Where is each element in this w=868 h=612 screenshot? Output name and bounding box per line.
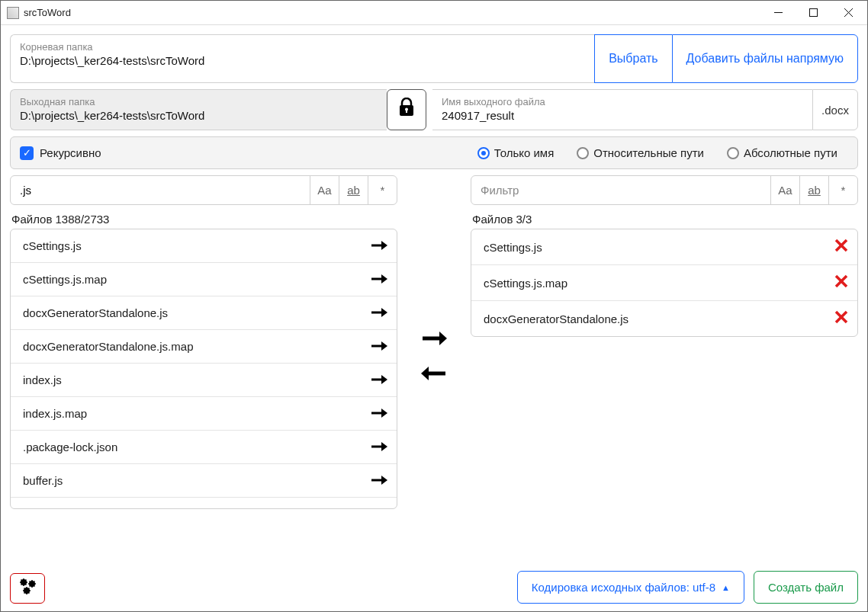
list-item[interactable]: buffer.js [11, 464, 397, 498]
file-name: index.js.map [23, 407, 371, 420]
output-folder-value: D:\projects\_ker264-tests\srcToWord [20, 109, 378, 122]
app-icon [7, 7, 19, 19]
list-item[interactable]: cSettings.js.map [11, 263, 397, 296]
list-item[interactable]: docxGeneratorStandalone.js [471, 301, 857, 336]
selected-filter-input[interactable] [471, 176, 770, 204]
svg-marker-18 [381, 409, 387, 418]
app-window: srcToWord Корневая папка D:\projects\_ke… [0, 0, 868, 612]
source-count: Файлов 1388/2733 [11, 213, 397, 226]
svg-marker-16 [381, 375, 387, 384]
add-file-icon[interactable] [371, 271, 387, 288]
add-file-icon[interactable] [371, 438, 387, 456]
file-name: base.js [23, 508, 371, 509]
file-name: docxGeneratorStandalone.js [23, 306, 371, 319]
selected-filter-row: Aa ab * [471, 175, 858, 205]
select-folder-button[interactable]: Выбрать [594, 34, 671, 83]
file-name: docxGeneratorStandalone.js [484, 312, 834, 325]
output-row: Выходная папка D:\projects\_ker264-tests… [10, 89, 858, 130]
minimize-button[interactable] [760, 2, 796, 24]
add-file-icon[interactable] [371, 304, 387, 322]
recursive-checkbox[interactable]: ✓ [20, 146, 34, 160]
encoding-label: Кодировка исходных файлов: utf-8 [532, 581, 715, 594]
output-folder-label: Выходная папка [20, 96, 378, 107]
lock-button[interactable] [387, 89, 426, 130]
add-file-icon[interactable] [371, 505, 387, 509]
svg-marker-26 [439, 332, 447, 345]
list-item[interactable]: docxGeneratorStandalone.js.map [11, 330, 397, 364]
list-item[interactable]: cSettings.js.map [471, 265, 857, 301]
add-file-icon[interactable] [371, 237, 387, 255]
svg-marker-10 [381, 274, 387, 284]
output-folder-field: Выходная папка D:\projects\_ker264-tests… [10, 89, 387, 130]
output-name-label: Имя выходного файла [442, 96, 803, 107]
remove-file-icon[interactable] [834, 273, 848, 293]
list-item[interactable]: docxGeneratorStandalone.js [11, 296, 397, 330]
add-file-icon[interactable] [371, 405, 387, 422]
list-item[interactable]: .package-lock.json [11, 431, 397, 464]
list-item[interactable]: base.js [11, 498, 397, 509]
case-toggle-button[interactable]: Aa [770, 176, 799, 204]
file-name: cSettings.js [484, 241, 834, 254]
file-name: buffer.js [23, 474, 371, 487]
source-file-list[interactable]: cSettings.jscSettings.js.mapdocxGenerato… [10, 229, 397, 509]
output-name-value: 240917_result [442, 109, 803, 122]
radio-relative-label: Относительные пути [593, 146, 704, 159]
source-panel: Aa ab * Файлов 1388/2733 cSettings.jscSe… [10, 175, 397, 560]
radio-icon [727, 147, 739, 159]
add-file-icon[interactable] [371, 338, 387, 355]
selected-panel: Aa ab * Файлов 3/3 cSettings.jscSettings… [471, 175, 858, 560]
selected-file-list[interactable]: cSettings.jscSettings.js.mapdocxGenerato… [471, 229, 858, 337]
radio-absolute-label: Абсолютные пути [744, 146, 837, 159]
list-item[interactable]: cSettings.js [11, 229, 397, 263]
root-folder-field[interactable]: Корневая папка D:\projects\_ker264-tests… [10, 34, 594, 83]
svg-marker-20 [381, 442, 387, 451]
radio-icon [577, 147, 589, 159]
radio-relative-paths[interactable]: Относительные пути [566, 142, 715, 164]
whole-word-toggle-button[interactable]: ab [339, 176, 368, 204]
svg-rect-6 [406, 110, 407, 113]
create-file-button[interactable]: Создать файл [754, 571, 858, 604]
add-files-button[interactable]: Добавить файлы напрямую [672, 34, 858, 83]
selected-count: Файлов 3/3 [472, 213, 858, 226]
remove-file-icon[interactable] [834, 309, 848, 328]
maximize-button[interactable] [796, 2, 831, 24]
settings-button[interactable] [10, 573, 45, 604]
move-left-button[interactable] [421, 363, 447, 386]
file-name: cSettings.js.map [484, 277, 834, 290]
radio-name-only[interactable]: Только имя [467, 142, 565, 164]
source-filter-input[interactable] [11, 176, 310, 204]
root-folder-value: D:\projects\_ker264-tests\srcToWord [20, 54, 585, 67]
titlebar: srcToWord [1, 1, 867, 25]
output-name-field[interactable]: Имя выходного файла 240917_result [432, 89, 812, 130]
wildcard-toggle-button[interactable]: * [368, 176, 397, 204]
file-name: cSettings.js.map [23, 273, 371, 286]
radio-absolute-paths[interactable]: Абсолютные пути [716, 142, 848, 164]
file-name: docxGeneratorStandalone.js.map [23, 340, 371, 353]
lock-icon [397, 98, 416, 122]
list-item[interactable]: index.js.map [11, 397, 397, 431]
root-folder-row: Корневая папка D:\projects\_ker264-tests… [10, 34, 858, 83]
file-name: cSettings.js [23, 239, 371, 252]
wildcard-toggle-button[interactable]: * [828, 176, 857, 204]
footer: Кодировка исходных файлов: utf-8 ▲ Созда… [10, 566, 858, 604]
whole-word-toggle-button[interactable]: ab [799, 176, 828, 204]
svg-marker-28 [421, 367, 429, 380]
svg-marker-8 [381, 241, 387, 250]
radio-icon [477, 147, 490, 159]
case-toggle-button[interactable]: Aa [310, 176, 339, 204]
file-name: index.js [23, 373, 371, 386]
options-bar: ✓ Рекурсивно Только имя Относительные пу… [10, 136, 858, 169]
transfer-arrows [410, 175, 458, 560]
move-right-button[interactable] [421, 328, 447, 351]
encoding-dropdown[interactable]: Кодировка исходных файлов: utf-8 ▲ [517, 571, 744, 604]
source-filter-row: Aa ab * [10, 175, 397, 205]
root-folder-label: Корневая папка [20, 41, 585, 53]
list-item[interactable]: cSettings.js [471, 229, 857, 265]
svg-marker-22 [381, 476, 387, 485]
remove-file-icon[interactable] [834, 237, 848, 257]
list-item[interactable]: index.js [11, 364, 397, 397]
add-file-icon[interactable] [371, 472, 387, 489]
recursive-label: Рекурсивно [40, 146, 101, 159]
add-file-icon[interactable] [371, 371, 387, 389]
close-button[interactable] [831, 2, 866, 24]
